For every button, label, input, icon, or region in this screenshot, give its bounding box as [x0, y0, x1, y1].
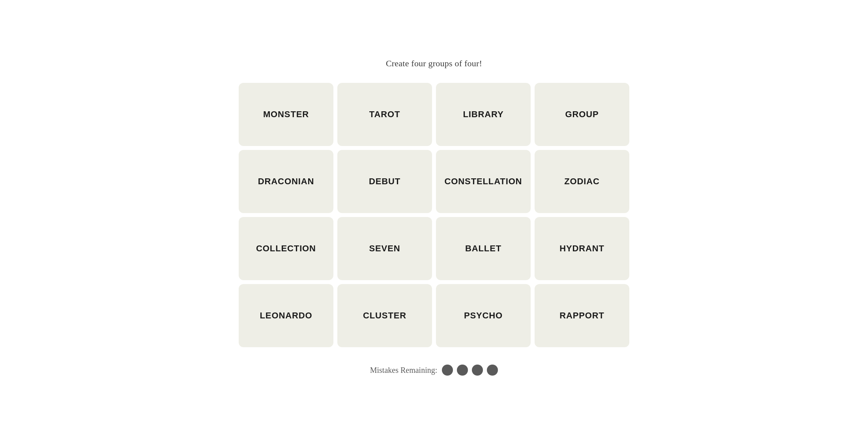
- card-zodiac[interactable]: ZODIAC: [535, 150, 629, 213]
- card-label-library: LIBRARY: [458, 109, 508, 120]
- card-label-zodiac: ZODIAC: [559, 176, 604, 187]
- card-label-seven: SEVEN: [365, 243, 405, 254]
- card-library[interactable]: LIBRARY: [436, 83, 531, 146]
- mistakes-row: Mistakes Remaining:: [370, 365, 498, 376]
- card-group[interactable]: GROUP: [535, 83, 629, 146]
- card-hydrant[interactable]: HYDRANT: [535, 217, 629, 280]
- card-seven[interactable]: SEVEN: [337, 217, 432, 280]
- card-collection[interactable]: COLLECTION: [239, 217, 333, 280]
- card-leonardo[interactable]: LEONARDO: [239, 284, 333, 347]
- mistakes-label: Mistakes Remaining:: [370, 366, 438, 375]
- card-label-ballet: BALLET: [460, 243, 506, 254]
- card-cluster[interactable]: CLUSTER: [337, 284, 432, 347]
- card-constellation[interactable]: CONSTELLATION: [436, 150, 531, 213]
- card-label-group: GROUP: [560, 109, 603, 120]
- mistake-dot-4: [487, 365, 498, 376]
- card-tarot[interactable]: TAROT: [337, 83, 432, 146]
- card-label-rapport: RAPPORT: [555, 311, 609, 321]
- card-ballet[interactable]: BALLET: [436, 217, 531, 280]
- game-subtitle: Create four groups of four!: [386, 58, 482, 69]
- card-label-monster: MONSTER: [258, 109, 314, 120]
- card-label-debut: DEBUT: [364, 176, 405, 187]
- card-label-draconian: DRACONIAN: [253, 176, 319, 187]
- card-psycho[interactable]: PSYCHO: [436, 284, 531, 347]
- card-debut[interactable]: DEBUT: [337, 150, 432, 213]
- card-label-collection: COLLECTION: [251, 243, 321, 254]
- card-label-hydrant: HYDRANT: [555, 243, 609, 254]
- mistake-dot-1: [442, 365, 453, 376]
- word-grid: MONSTERTAROTLIBRARYGROUPDRACONIANDEBUTCO…: [239, 83, 629, 347]
- card-rapport[interactable]: RAPPORT: [535, 284, 629, 347]
- card-label-cluster: CLUSTER: [358, 311, 411, 321]
- card-monster[interactable]: MONSTER: [239, 83, 333, 146]
- mistakes-dots: [442, 365, 498, 376]
- mistake-dot-3: [472, 365, 483, 376]
- card-label-leonardo: LEONARDO: [255, 311, 317, 321]
- mistake-dot-2: [457, 365, 468, 376]
- card-draconian[interactable]: DRACONIAN: [239, 150, 333, 213]
- card-label-constellation: CONSTELLATION: [440, 176, 527, 187]
- card-label-tarot: TAROT: [365, 109, 405, 120]
- card-label-psycho: PSYCHO: [459, 311, 507, 321]
